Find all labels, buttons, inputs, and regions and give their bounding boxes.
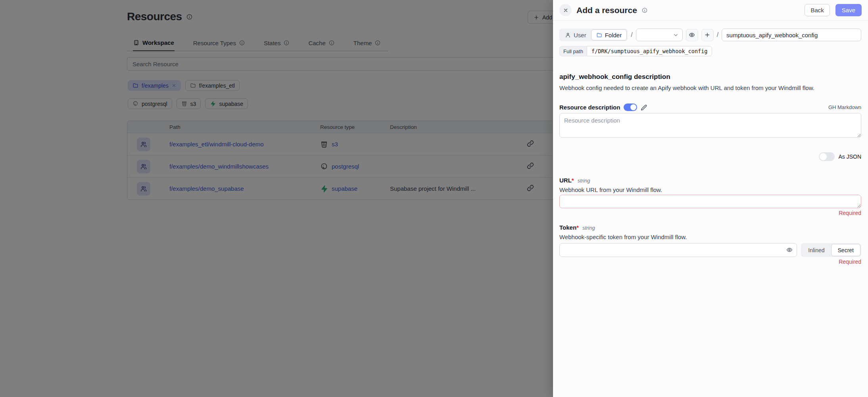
view-folder-button[interactable]: [686, 29, 698, 41]
owner-user-option[interactable]: User: [560, 29, 591, 40]
path-separator: /: [631, 31, 632, 38]
close-icon: [563, 8, 568, 13]
markdown-hint: GH Markdown: [828, 104, 861, 110]
path-builder: User Folder / /: [559, 29, 861, 41]
as-json-label: As JSON: [838, 153, 861, 160]
inlined-option[interactable]: Inlined: [802, 244, 831, 256]
plus-icon: [704, 32, 711, 38]
full-path-value: f/DRK/sumptuous_apify_webhook_config: [587, 46, 712, 56]
add-resource-drawer: Add a resource Back Save User Folder /: [553, 0, 868, 397]
resource-type-description: Webhook config needed to create an Apify…: [559, 84, 861, 91]
url-field: URL* string Webhook URL from your Windmi…: [559, 177, 861, 216]
segment-label: Folder: [605, 32, 622, 38]
token-input[interactable]: [559, 243, 797, 257]
url-field-help: Webhook URL from your Windmill flow.: [559, 186, 861, 193]
eye-icon: [689, 32, 695, 38]
new-folder-button[interactable]: [701, 29, 714, 41]
token-field: Token* string Webhook-specific token fro…: [559, 224, 861, 265]
save-button[interactable]: Save: [835, 4, 862, 16]
token-required-error: Required: [559, 259, 861, 265]
user-icon: [565, 32, 571, 38]
as-json-toggle[interactable]: [819, 152, 835, 161]
info-icon[interactable]: [642, 8, 647, 13]
drawer-header: Add a resource Back Save: [553, 0, 868, 21]
as-json-row: As JSON: [559, 152, 861, 161]
path-separator: /: [717, 31, 718, 38]
back-button[interactable]: Back: [805, 4, 830, 16]
token-field-label: Token*: [559, 224, 579, 231]
type-hint: string: [578, 178, 590, 184]
type-hint: string: [582, 225, 595, 231]
resource-description-label: Resource description: [559, 104, 620, 111]
description-toggle[interactable]: [624, 104, 637, 111]
folder-select[interactable]: [636, 29, 683, 41]
token-field-help: Webhook-specific token from your Windmil…: [559, 234, 861, 240]
close-drawer-button[interactable]: [559, 4, 572, 16]
token-mode-toggle: Inlined Secret: [801, 243, 861, 257]
resource-name-input[interactable]: [722, 29, 861, 41]
full-path-group: Full path f/DRK/sumptuous_apify_webhook_…: [559, 46, 712, 56]
eye-icon[interactable]: [786, 247, 793, 253]
full-path-label: Full path: [559, 46, 587, 56]
description-label-row: Resource description GH Markdown: [559, 104, 861, 111]
drawer-body: User Folder / / Full path f/DRK/su: [553, 21, 868, 265]
chevron-down-icon: [673, 32, 679, 38]
url-field-label: URL*: [559, 177, 574, 184]
required-asterisk: *: [576, 224, 579, 231]
resource-type-heading: apify_webhook_config description: [559, 73, 861, 81]
resource-description-textarea[interactable]: [559, 113, 861, 138]
pencil-icon[interactable]: [641, 104, 647, 111]
url-input[interactable]: [559, 195, 861, 208]
folder-icon: [596, 32, 602, 38]
drawer-title: Add a resource: [576, 6, 637, 15]
url-required-error: Required: [559, 210, 861, 216]
required-asterisk: *: [572, 177, 574, 184]
secret-option[interactable]: Secret: [831, 244, 860, 256]
owner-folder-option[interactable]: Folder: [591, 29, 627, 40]
owner-kind-toggle: User Folder: [559, 29, 628, 41]
token-input-row: Inlined Secret: [559, 243, 861, 257]
segment-label: User: [574, 32, 586, 38]
